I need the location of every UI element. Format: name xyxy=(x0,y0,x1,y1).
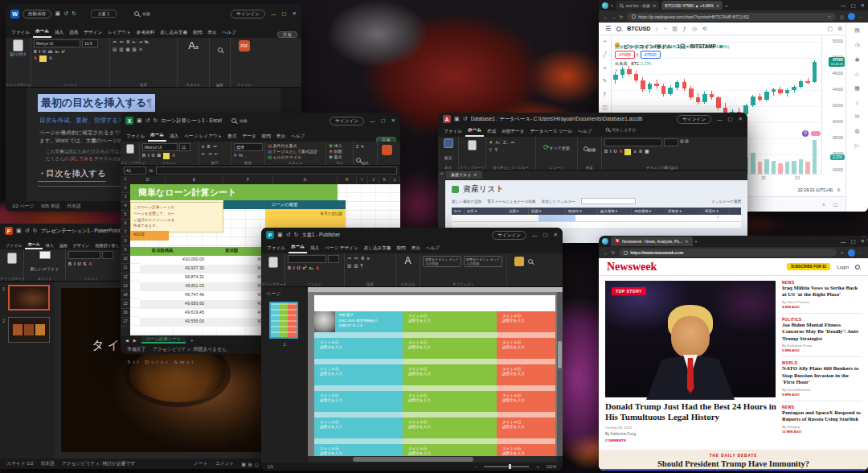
row-header[interactable]: 10 xyxy=(121,255,130,264)
comments-button[interactable]: コメント xyxy=(215,460,235,467)
save-icon[interactable]: ▣ xyxy=(277,232,283,238)
pdf-addin-icon[interactable]: PDF xyxy=(239,40,250,51)
catalog-cell[interactable]: タイトル行説明文を入力 xyxy=(403,364,497,385)
autosave-toggle[interactable]: 自動保存 xyxy=(23,10,51,19)
cell-value[interactable]: ¥9,619.45 xyxy=(140,309,209,318)
refresh-all-button[interactable]: ⟳すべて更新 xyxy=(538,138,575,153)
hero-image[interactable]: TOP STORY xyxy=(605,281,776,397)
extensions-icon[interactable]: ◫ xyxy=(840,14,844,19)
chart-marker[interactable] xyxy=(811,131,821,136)
catalog-cell[interactable]: タイトル行説明文を入力 xyxy=(403,311,497,332)
table-column-header[interactable]: 品目 ▾ xyxy=(465,208,506,215)
menu-tab[interactable]: ページ デザイン xyxy=(322,244,361,253)
column-header[interactable]: J xyxy=(368,175,379,184)
sidebar-tool-icon[interactable]: ✉ xyxy=(855,113,860,120)
minimize-button[interactable]: — xyxy=(717,117,723,122)
story-item[interactable]: WORLD NATO Ally Plans 600 Bunkers to Sto… xyxy=(782,357,862,401)
row-header[interactable]: 15 xyxy=(121,300,130,309)
sidebar-tool-icon[interactable]: ▤ xyxy=(854,27,860,34)
pub-page[interactable]: 中野 数子1942-1970 東京都神奈川身長167 11-2-8タイトル行説明… xyxy=(314,295,555,456)
accessibility-status[interactable]: アクセシビリティ: 問題ありません xyxy=(153,346,227,353)
row-header[interactable]: 2 xyxy=(121,184,130,193)
cell-value[interactable]: ¥9,937.30 xyxy=(140,265,209,274)
menu-tab[interactable]: 差し込み文書 xyxy=(158,28,190,38)
menu-tab[interactable]: データベース ツール xyxy=(527,127,575,137)
menu-tab[interactable]: ファイル xyxy=(124,132,147,142)
catalog-cell[interactable]: タイトル行説明文を入力 xyxy=(403,444,497,456)
table-row[interactable]: ✓ xyxy=(452,215,741,222)
catalog-cell[interactable]: タイトル行説明文を入力 xyxy=(497,391,555,412)
v-scrollbar[interactable] xyxy=(557,292,563,456)
search-icon[interactable] xyxy=(134,11,139,16)
highlight-button[interactable] xyxy=(39,56,47,62)
signin-button[interactable]: サインイン xyxy=(677,115,711,124)
sidebar-tool-icon[interactable]: ▦ xyxy=(854,85,860,92)
styles-gallery[interactable]: Aa xyxy=(180,39,207,51)
menu-tab[interactable]: ヘルプ xyxy=(219,28,238,38)
profile-avatar[interactable] xyxy=(848,249,855,257)
new-tab-button[interactable]: + xyxy=(695,239,698,244)
formula-input[interactable] xyxy=(156,167,397,175)
selected-cell[interactable] xyxy=(538,215,575,221)
sidebar-tool-icon[interactable]: ▷ xyxy=(855,142,859,149)
delete-cells-button[interactable]: 削除 xyxy=(334,149,342,154)
h-scrollbar[interactable] xyxy=(308,456,557,463)
document-title[interactable]: 文書 1 xyxy=(91,10,117,18)
menu-tab[interactable]: 外部データ xyxy=(499,127,526,137)
paste-button[interactable] xyxy=(126,144,134,154)
close-button[interactable]: ✕ xyxy=(293,10,297,17)
forward-button[interactable]: → xyxy=(612,14,616,19)
page-indicator[interactable]: 1/2 ページ xyxy=(12,203,34,210)
find-button[interactable]: 検索 xyxy=(580,138,599,154)
close-button[interactable]: ✕ xyxy=(861,238,865,245)
doc-heading-selected[interactable]: 最初の目次を挿入する¶ xyxy=(38,94,155,112)
menu-tab[interactable]: ファイル xyxy=(9,28,32,38)
catalog-cell[interactable]: タイトル行説明文を入力 xyxy=(497,364,555,385)
form-link[interactable]: 新しい資産の追加 xyxy=(452,199,481,204)
buy-button[interactable]: 47500 xyxy=(641,51,661,59)
row-header[interactable]: 13 xyxy=(121,282,130,291)
sidebar-tool-icon[interactable]: ◉ xyxy=(854,56,859,63)
undo-icon[interactable]: ↺ xyxy=(25,228,30,234)
drawing-tool-icon[interactable]: + xyxy=(603,39,606,44)
edge-icon[interactable] xyxy=(602,2,608,9)
next-sheet-icon[interactable]: ▶ xyxy=(133,338,137,343)
table-column-header[interactable]: 取得日 ▾ xyxy=(566,208,598,215)
story-item[interactable]: NEWS Pentagon and SpaceX Respond to Repo… xyxy=(782,401,862,438)
form-link[interactable]: 保存したフィルター xyxy=(542,199,575,204)
filter-label[interactable]: フィルターの適用 xyxy=(711,199,741,204)
drawing-tool-icon[interactable]: ╱ xyxy=(603,51,606,58)
address-bar[interactable]: https://www.newsweek.com xyxy=(619,249,836,257)
catalog-cell[interactable]: タイトル行説明文を入力 xyxy=(403,417,497,438)
cell-styles-button[interactable]: セルのスタイル xyxy=(272,154,301,159)
font-style-button[interactable]: B xyxy=(34,49,37,54)
font-color-button[interactable]: A xyxy=(34,56,37,62)
layout-button[interactable]: ▢ xyxy=(827,26,833,32)
login-link[interactable]: Login xyxy=(837,265,849,269)
settings-icon[interactable]: ⚙ xyxy=(837,26,842,32)
column-header[interactable]: D xyxy=(130,175,166,184)
close-button[interactable]: ✕ xyxy=(739,116,743,122)
font-style-button[interactable]: U xyxy=(43,49,46,54)
catalog-cell[interactable]: タイトル行説明文を入力 xyxy=(314,417,403,438)
number-format-select[interactable]: 標準 xyxy=(234,143,263,151)
close-button[interactable]: ✕ xyxy=(861,2,865,9)
conditional-format-button[interactable]: 条件付き書式 xyxy=(272,143,297,148)
maximize-button[interactable]: ▢ xyxy=(727,116,732,122)
font-style-button[interactable]: x² xyxy=(62,49,65,54)
menu-tab[interactable]: 差し込み文書 xyxy=(362,244,394,253)
tv-price-scale[interactable]: 47500 16:40:25 2.27K 5000048000460004400… xyxy=(821,35,845,174)
menu-tab[interactable]: 校閲 xyxy=(260,132,273,142)
page-indicator[interactable]: 1/1 xyxy=(268,464,273,469)
catalog-cell[interactable]: タイトル行説明文を入力 xyxy=(403,338,497,359)
panel-collapse-icon[interactable]: ∧ xyxy=(822,202,825,207)
paste-button[interactable]: 貼り付け xyxy=(8,39,28,56)
menu-tab[interactable]: ヘルプ xyxy=(289,132,307,142)
menu-tab[interactable]: 挿入 xyxy=(43,241,56,249)
font-style-button[interactable]: ab xyxy=(48,49,53,54)
menu-tab[interactable]: ファイル xyxy=(264,244,288,253)
chart-marker[interactable]: D xyxy=(802,130,809,137)
menu-tab[interactable]: 数式 xyxy=(225,132,239,142)
minimize-button[interactable]: — xyxy=(841,239,846,245)
signin-button[interactable]: サインイン xyxy=(330,117,364,125)
